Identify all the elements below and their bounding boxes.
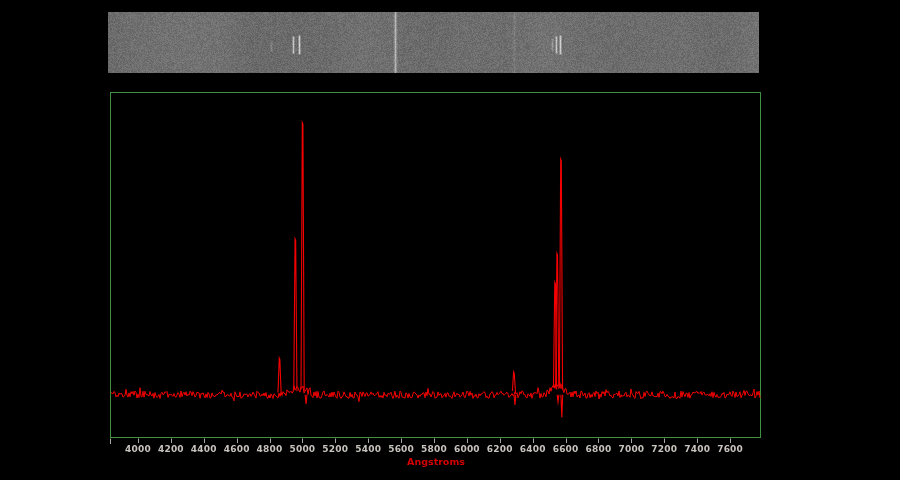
- x-tick-label: 5800: [421, 445, 447, 454]
- x-tick-label: 5000: [289, 445, 315, 454]
- x-tick-label: 6000: [454, 445, 480, 454]
- x-tick-label: 5200: [322, 445, 348, 454]
- x-tick-label: 6400: [520, 445, 546, 454]
- x-tick-label: 7400: [684, 445, 710, 454]
- raw-2d-spectrum-strip[interactable]: [108, 12, 759, 73]
- x-tick-label: 6800: [586, 445, 612, 454]
- x-tick-label: 7600: [717, 445, 743, 454]
- x-tick-label: 6600: [553, 445, 579, 454]
- x-tick-label: 6200: [487, 445, 513, 454]
- spectral-analysis-screen: 4000420044004600480050005200540056005800…: [0, 0, 900, 480]
- x-axis-title: Angstroms: [407, 457, 465, 467]
- x-tick-label: 4800: [257, 445, 283, 454]
- x-tick-label: 4400: [191, 445, 217, 454]
- x-tick-label: 4600: [224, 445, 250, 454]
- x-tick-label: 5400: [355, 445, 381, 454]
- x-tick-label: 5600: [388, 445, 414, 454]
- x-tick-label: 4000: [125, 445, 151, 454]
- x-tick-label: 7000: [618, 445, 644, 454]
- x-tick-label: 7200: [651, 445, 677, 454]
- x-tick-label: 4200: [158, 445, 184, 454]
